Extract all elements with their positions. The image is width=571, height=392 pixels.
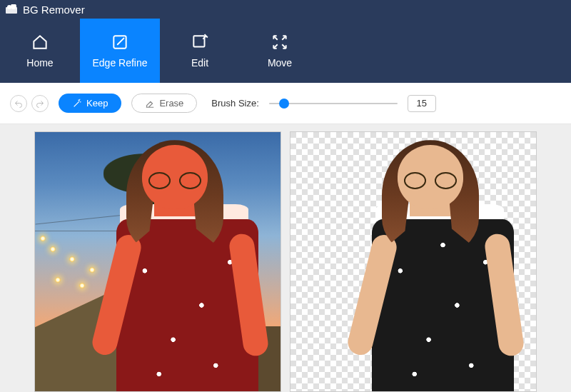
- undo-icon: [14, 99, 23, 108]
- keep-wand-icon: [72, 99, 82, 109]
- nav-move[interactable]: Move: [240, 19, 320, 83]
- workspace: [0, 124, 571, 392]
- toolbar: Keep Erase Brush Size:: [0, 83, 571, 124]
- nav-label: Edge Refine: [92, 57, 147, 69]
- nav-home[interactable]: Home: [0, 19, 80, 83]
- brush-size-label: Brush Size:: [211, 98, 258, 109]
- subject-cutout: [369, 145, 526, 391]
- undo-button[interactable]: [10, 95, 27, 112]
- app-title: BG Remover: [23, 4, 85, 16]
- nav-edit[interactable]: Edit: [160, 19, 240, 83]
- brush-size-input[interactable]: [408, 95, 436, 112]
- redo-icon: [36, 99, 44, 108]
- title-bar: BG Remover: [0, 0, 571, 19]
- svg-rect-4: [193, 36, 204, 46]
- edge-refine-icon: [111, 33, 129, 51]
- subject-figure: [113, 145, 271, 391]
- keep-label: Keep: [86, 98, 108, 109]
- redo-button[interactable]: [31, 95, 49, 112]
- nav-label: Home: [26, 57, 53, 69]
- home-icon: [31, 33, 49, 51]
- nav-edge-refine[interactable]: Edge Refine: [80, 19, 160, 83]
- app-logo-icon: [6, 4, 19, 14]
- move-icon: [271, 33, 289, 51]
- main-nav: Home Edge Refine Edit Move: [0, 19, 571, 83]
- result-preview-panel[interactable]: [290, 131, 537, 392]
- brush-size-slider[interactable]: [269, 96, 398, 111]
- original-preview-panel[interactable]: [34, 131, 281, 392]
- edit-icon: [191, 33, 209, 51]
- keep-button[interactable]: Keep: [59, 94, 121, 113]
- svg-point-1: [7, 5, 11, 9]
- erase-button[interactable]: Erase: [131, 94, 197, 113]
- erase-icon: [145, 99, 155, 109]
- nav-label: Move: [268, 57, 292, 69]
- erase-label: Erase: [159, 98, 183, 109]
- history-controls: [10, 95, 49, 112]
- slider-thumb[interactable]: [279, 99, 289, 109]
- nav-label: Edit: [191, 57, 208, 69]
